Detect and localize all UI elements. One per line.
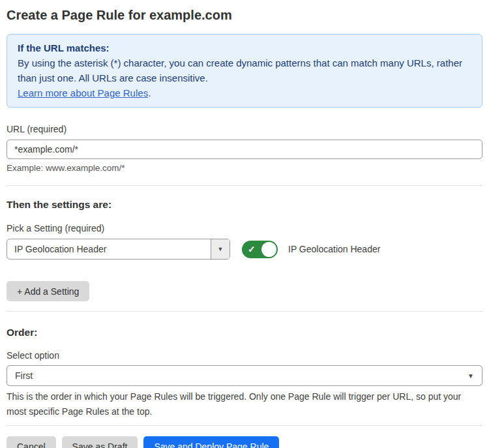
setting-dropdown[interactable]: IP Geolocation Header ▼ [7, 239, 230, 260]
url-match-info-box: If the URL matches: By using the asteris… [7, 34, 482, 108]
chevron-down-icon: ▼ [467, 372, 474, 380]
info-box-heading: If the URL matches: [18, 40, 471, 55]
order-select-label: Select option [7, 350, 482, 361]
save-draft-button[interactable]: Save as Draft [62, 436, 138, 448]
order-select-value: First [15, 370, 467, 381]
learn-more-link[interactable]: Learn more about Page Rules [18, 87, 148, 98]
cancel-button[interactable]: Cancel [7, 436, 56, 448]
settings-section-heading: Then the settings are: [7, 199, 482, 211]
divider [7, 185, 482, 186]
create-page-rule-form: Create a Page Rule for example.com If th… [0, 0, 489, 448]
toggle-knob [261, 242, 276, 257]
setting-row: IP Geolocation Header ▼ ✓ IP Geolocation… [7, 239, 482, 260]
ip-geolocation-toggle[interactable]: ✓ [242, 241, 278, 258]
info-box-link-line: Learn more about Page Rules. [18, 85, 471, 100]
pick-setting-label: Pick a Setting (required) [7, 223, 482, 233]
add-setting-button[interactable]: + Add a Setting [7, 281, 89, 301]
toggle-label: IP Geolocation Header [288, 244, 380, 254]
order-section-heading: Order: [7, 327, 482, 338]
url-input[interactable] [7, 140, 482, 159]
order-help-text: This is the order in which your Page Rul… [7, 389, 479, 419]
info-box-body: By using the asterisk (*) character, you… [18, 55, 471, 85]
save-deploy-button[interactable]: Save and Deploy Page Rule [143, 436, 279, 448]
setting-dropdown-value: IP Geolocation Header [7, 239, 211, 259]
footer-actions: Cancel Save as Draft Save and Deploy Pag… [7, 436, 482, 448]
divider [7, 311, 482, 312]
check-icon: ✓ [248, 245, 256, 254]
setting-dropdown-arrow-button[interactable]: ▼ [211, 239, 230, 259]
order-select[interactable]: First ▼ [7, 365, 482, 386]
divider [7, 425, 482, 426]
url-example-hint: Example: www.example.com/* [7, 163, 482, 173]
chevron-down-icon: ▼ [218, 246, 224, 252]
link-suffix: . [148, 87, 151, 98]
url-field-label: URL (required) [7, 124, 482, 134]
page-title: Create a Page Rule for example.com [7, 8, 482, 23]
